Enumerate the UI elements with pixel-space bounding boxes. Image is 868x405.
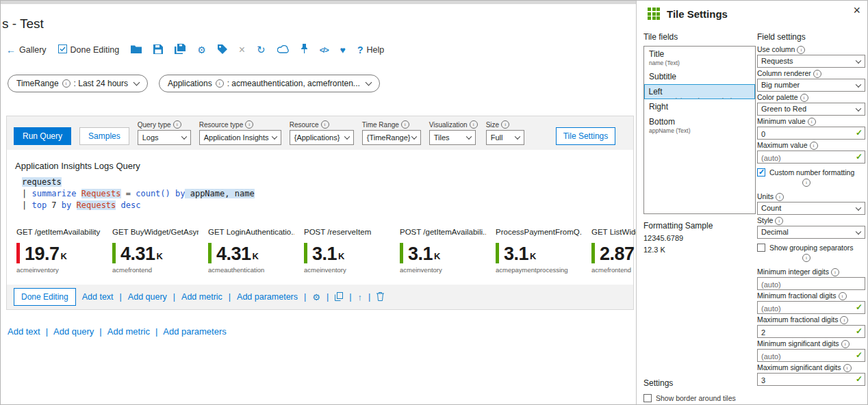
- show-grouping-separators-checkbox[interactable]: Show grouping separators: [757, 244, 865, 252]
- close-workbook-button[interactable]: ×: [239, 45, 245, 55]
- panel-settings-section: Settings Show border around tiles: [643, 378, 849, 403]
- use-column-control: Use column Requests: [757, 45, 865, 68]
- use-column-select[interactable]: Requests: [757, 55, 865, 68]
- field-item-subtitle[interactable]: Subtitle: [644, 69, 755, 84]
- field-settings-column: Field settings Use column Requests Colum…: [757, 32, 865, 387]
- refresh-button[interactable]: ↻: [257, 45, 266, 55]
- field-item-title[interactable]: Title name (Text): [644, 47, 755, 69]
- info-icon: [802, 179, 810, 187]
- info-icon: [810, 142, 818, 150]
- workbook-add-links: Add text | Add query | Add metric | Add …: [8, 326, 636, 337]
- info-icon: [173, 120, 181, 129]
- chevron-down-icon: [181, 134, 186, 140]
- panel-header: Tile Settings ×: [637, 1, 868, 20]
- favorite-button[interactable]: ♥: [340, 45, 346, 55]
- field-item-bottom[interactable]: Bottom appName (Text): [644, 114, 755, 137]
- code-token: requests: [22, 177, 62, 187]
- formatting-sample-result: 12.3 K: [643, 246, 756, 254]
- info-icon: [216, 79, 224, 88]
- valid-check-icon: [856, 128, 863, 138]
- add-metric-link[interactable]: Add metric: [107, 326, 150, 337]
- autorefresh-button[interactable]: [277, 45, 289, 55]
- pin-button[interactable]: [301, 44, 308, 56]
- tile[interactable]: GET /getItemAvailability 19.7K acmeinven…: [16, 228, 103, 274]
- maximum-fractional-digits-input[interactable]: [758, 327, 865, 339]
- tile[interactable]: POST /getItemAvailabili... 3.1K acmeinve…: [400, 228, 486, 274]
- style-control: Style Decimal: [757, 216, 865, 239]
- save-as-button[interactable]: [175, 44, 186, 56]
- info-icon: [470, 120, 478, 129]
- valid-check-icon: [856, 350, 863, 360]
- query-editor-title: Application Insights Logs Query: [7, 150, 633, 177]
- time-range-select[interactable]: {TimeRange}: [362, 130, 421, 145]
- resource-control: Resource {Applications}: [290, 120, 354, 145]
- help-button[interactable]: ? Help: [357, 44, 384, 55]
- minimum-value-input[interactable]: [758, 129, 865, 140]
- tile-settings-button[interactable]: Tile Settings: [556, 127, 616, 145]
- maximum-value-input[interactable]: [758, 153, 865, 164]
- resource-select[interactable]: {Applications}: [290, 130, 354, 145]
- resource-type-control: Resource type Application Insights: [199, 120, 281, 145]
- chevron-down-icon: [365, 79, 372, 86]
- resource-label: Resource: [290, 121, 319, 129]
- done-editing-button[interactable]: Done Editing: [14, 288, 76, 306]
- done-editing-command[interactable]: Done Editing: [58, 44, 120, 55]
- add-query-link[interactable]: Add query: [53, 326, 94, 337]
- size-select[interactable]: Full: [486, 130, 524, 145]
- column-renderer-select[interactable]: Big number: [757, 79, 865, 92]
- minimum-integer-digits-input[interactable]: [758, 279, 865, 291]
- pill-label: TimeRange: [16, 79, 59, 88]
- visualization-select[interactable]: Tiles: [429, 130, 476, 145]
- save-button[interactable]: [153, 44, 163, 56]
- query-type-select[interactable]: Logs: [138, 130, 191, 145]
- field-item-right[interactable]: Right: [644, 99, 755, 114]
- add-text-link[interactable]: Add text: [82, 292, 114, 302]
- resource-type-select[interactable]: Application Insights: [199, 130, 281, 145]
- style-select[interactable]: Decimal: [757, 226, 865, 239]
- field-settings-label: Field settings: [757, 32, 865, 42]
- step-settings-gear-icon[interactable]: ⚙: [312, 293, 320, 302]
- pill-label: Applications: [168, 79, 212, 88]
- settings-button[interactable]: ⚙: [197, 45, 206, 55]
- close-icon[interactable]: ×: [853, 4, 860, 16]
- info-icon: [797, 46, 805, 54]
- field-item-left[interactable]: Left Requests (Big number+Number): [644, 84, 755, 99]
- color-palette-select[interactable]: Green to Red: [757, 103, 865, 116]
- tile[interactable]: GET BuyWidget/GetAsync 4.31K acmefronten…: [112, 228, 199, 274]
- run-query-button[interactable]: Run Query: [14, 127, 71, 145]
- tile[interactable]: GET LoginAuthenticatio... 4.31K acmeauth…: [208, 228, 294, 274]
- open-button[interactable]: [131, 44, 142, 55]
- tag-button[interactable]: [218, 44, 227, 56]
- step-edit-bar: Done Editing Add text | Add query | Add …: [7, 285, 633, 309]
- show-border-around-tiles-checkbox[interactable]: Show border around tiles: [643, 394, 849, 402]
- add-query-link[interactable]: Add query: [128, 292, 167, 302]
- units-select[interactable]: Count: [757, 202, 865, 215]
- kql-query-editor[interactable]: requests | summarize Requests = count() …: [22, 177, 633, 211]
- add-parameters-link[interactable]: Add parameters: [163, 326, 227, 337]
- clone-step-icon[interactable]: [335, 292, 343, 302]
- checkbox-checked-icon: [757, 168, 765, 177]
- delete-step-icon[interactable]: [376, 292, 384, 302]
- add-metric-link[interactable]: Add metric: [181, 292, 222, 302]
- formatting-sample-value: 12345.6789: [643, 234, 756, 242]
- tile-color-bar: [208, 243, 212, 263]
- tile-fields-listbox: Title name (Text) Subtitle Left Requests…: [643, 46, 756, 214]
- timerange-parameter-pill[interactable]: TimeRange : Last 24 hours: [8, 75, 148, 92]
- gallery-button[interactable]: ← Gallery: [6, 45, 47, 55]
- applications-parameter-pill[interactable]: Applications : acmeauthentication, acmef…: [159, 75, 380, 92]
- advanced-editor-button[interactable]: </>: [320, 46, 329, 54]
- panel-title: Tile Settings: [667, 8, 728, 20]
- add-parameters-link[interactable]: Add parameters: [237, 292, 298, 302]
- add-text-link[interactable]: Add text: [8, 326, 40, 337]
- samples-button[interactable]: Samples: [79, 127, 129, 145]
- custom-number-formatting-checkbox[interactable]: Custom number formatting: [757, 168, 865, 177]
- size-label: Size: [486, 121, 499, 129]
- move-up-icon[interactable]: ↑: [357, 293, 362, 302]
- tile[interactable]: POST /reserveItem 3.1K acmeinventory: [304, 228, 390, 274]
- minimum-significant-digits-input[interactable]: [758, 351, 865, 363]
- query-step: Run Query Samples Query type Logs Resour…: [6, 116, 634, 310]
- tile[interactable]: ProcessPaymentFromQ... 3.1K acmepaymentp…: [496, 228, 582, 274]
- info-icon: [813, 70, 821, 78]
- pin-icon: [301, 44, 308, 56]
- minimum-fractional-digits-input[interactable]: [758, 303, 865, 315]
